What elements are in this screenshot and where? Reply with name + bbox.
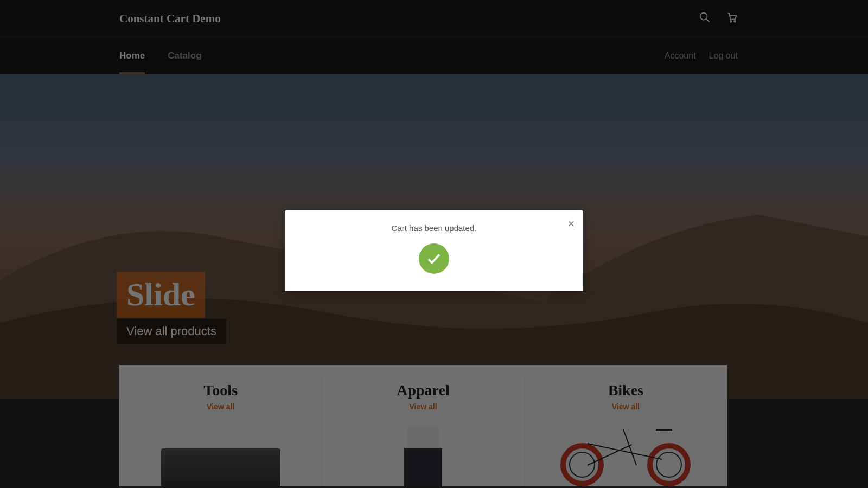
- close-icon[interactable]: ×: [567, 218, 575, 230]
- modal-message: Cart has been updated.: [296, 223, 572, 233]
- success-check-icon: [419, 243, 449, 274]
- cart-updated-modal: × Cart has been updated.: [285, 210, 583, 291]
- page-root: Constant Cart Demo Home Catalog Account …: [0, 0, 868, 488]
